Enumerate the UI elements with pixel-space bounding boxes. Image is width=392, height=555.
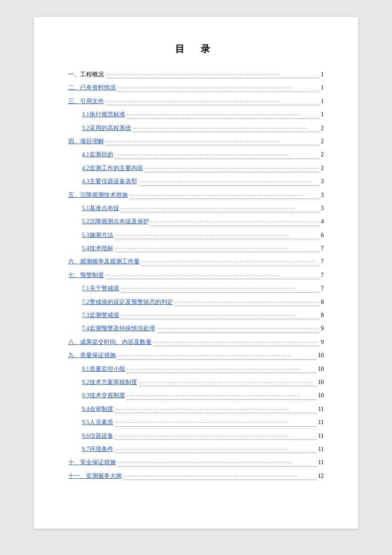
- toc-label-item-3-1[interactable]: 3.1执行规范标准: [82, 109, 125, 120]
- toc-page-item-7: 7: [321, 270, 324, 280]
- toc-item[interactable]: 9.4会审制度.................................…: [68, 404, 324, 414]
- toc-item[interactable]: 7.3监测警戒值................................…: [68, 310, 324, 321]
- toc-item[interactable]: 十、安全保证措施................................…: [68, 457, 324, 468]
- toc-label-item-7[interactable]: 七、预警制度: [68, 270, 104, 280]
- toc-label-item-5-4[interactable]: 5.4技术指标: [82, 243, 113, 254]
- toc-item[interactable]: 7.2警戒值的设定及预警状态的判定.......................…: [68, 297, 324, 307]
- toc-page-item-8: 9: [321, 337, 324, 347]
- toc-label-item-4[interactable]: 四、项目理解: [68, 136, 104, 147]
- toc-item[interactable]: 5.4技术指标.................................…: [68, 243, 324, 254]
- toc-item[interactable]: 9.7环境条件.................................…: [68, 444, 324, 454]
- toc-page-item-9-4: 11: [318, 404, 324, 414]
- toc-page-item-5-3: 6: [321, 230, 324, 240]
- document-page: 目 录 一、工程概况..............................…: [34, 17, 358, 529]
- toc-item[interactable]: 三、引用文件..................................…: [68, 96, 324, 107]
- toc-label-item-4-1[interactable]: 4.1监测目的: [82, 149, 113, 160]
- toc-item[interactable]: 9.1质量监控小组...............................…: [68, 364, 324, 374]
- toc-label-item-7-3[interactable]: 7.3监测警戒值: [82, 310, 119, 321]
- toc-label-item-9-4[interactable]: 9.4会审制度: [82, 404, 113, 414]
- toc-dots: ........................................…: [127, 108, 320, 119]
- toc-item[interactable]: 9.5人员素质.................................…: [68, 417, 324, 428]
- toc-label-item-7-4[interactable]: 7.4监测预警及特殊情况处理: [82, 323, 155, 334]
- toc-item[interactable]: 5.1基准点布设................................…: [68, 203, 324, 214]
- toc-item[interactable]: 5.2沉降观测点布设及保护...........................…: [68, 216, 324, 227]
- toc-item[interactable]: 4.3主要仪器设备选型.............................…: [68, 176, 324, 187]
- toc-dots: ........................................…: [130, 189, 319, 199]
- toc-dots: ........................................…: [115, 416, 317, 426]
- toc-page-item-7-3: 8: [321, 310, 324, 321]
- toc-page-item-9: 10: [318, 350, 324, 361]
- toc-page-item-5: 3: [321, 190, 324, 200]
- toc-item[interactable]: 七、预警制度..................................…: [68, 270, 324, 280]
- toc-dots: ........................................…: [139, 376, 317, 386]
- toc-label-item-4-2[interactable]: 4.2监测工作的主要内容: [82, 163, 143, 173]
- toc-label-item-5-1[interactable]: 5.1基准点布设: [82, 203, 119, 214]
- toc-page-item-10: 11: [318, 457, 324, 468]
- toc-item[interactable]: 八、成果提交时间、内容及数量..........................…: [68, 337, 324, 347]
- toc-label-item-7-1[interactable]: 7.1关于警戒值: [82, 283, 119, 294]
- toc-item[interactable]: 3.1执行规范标准...............................…: [68, 109, 324, 120]
- toc-label-item-3-2[interactable]: 3.2采用的高程系统: [82, 123, 131, 133]
- toc-dots: ........................................…: [153, 336, 319, 346]
- toc-label-item-6[interactable]: 六、观测频率及观测工作量: [68, 256, 140, 267]
- toc-dots: ........................................…: [118, 456, 317, 466]
- toc-page-item-9-1: 10: [318, 364, 324, 374]
- toc-dots: ........................................…: [106, 135, 319, 145]
- toc-label-item-5-2[interactable]: 5.2沉降观测点布设及保护: [82, 216, 149, 227]
- toc-label-item-1: 一、工程概况: [68, 69, 104, 80]
- toc-label-item-9[interactable]: 九、质量保证措施: [68, 350, 116, 361]
- toc-item[interactable]: 9.6仪器设备.................................…: [68, 431, 324, 441]
- toc-dots: ........................................…: [121, 309, 320, 319]
- toc-item[interactable]: 5.3施测方法.................................…: [68, 230, 324, 240]
- toc-item[interactable]: 四、项目理解..................................…: [68, 136, 324, 147]
- toc-dots: ........................................…: [115, 148, 320, 159]
- toc-list: 一、工程概况..................................…: [68, 69, 324, 481]
- toc-label-item-5-3[interactable]: 5.3施测方法: [82, 230, 113, 240]
- toc-dots: ........................................…: [127, 389, 317, 399]
- toc-label-item-8[interactable]: 八、成果提交时间、内容及数量: [68, 337, 152, 347]
- toc-label-item-9-7[interactable]: 9.7环境条件: [82, 444, 113, 454]
- toc-page-item-5-1: 3: [321, 203, 324, 214]
- toc-label-item-10[interactable]: 十、安全保证措施: [68, 457, 116, 468]
- toc-dots: ........................................…: [121, 282, 320, 292]
- toc-dots: ........................................…: [175, 296, 320, 306]
- toc-dots: ........................................…: [118, 81, 319, 92]
- toc-label-item-4-3[interactable]: 4.3主要仪器设备选型: [82, 176, 137, 187]
- toc-page-item-5-2: 4: [321, 216, 324, 227]
- toc-item: 一、工程概况..................................…: [68, 69, 324, 80]
- toc-page-item-3: 1: [321, 96, 324, 107]
- toc-item[interactable]: 9.3技术交底制度...............................…: [68, 390, 324, 401]
- toc-label-item-7-2[interactable]: 7.2警戒值的设定及预警状态的判定: [82, 297, 173, 307]
- toc-label-item-11[interactable]: 十一、监测服务大纲: [68, 471, 122, 481]
- toc-label-item-2[interactable]: 二、已有资料情况: [68, 82, 116, 93]
- toc-item[interactable]: 十一、监测服务大纲...............................…: [68, 471, 324, 481]
- toc-item[interactable]: 4.2监测工作的主要内容............................…: [68, 163, 324, 173]
- toc-dots: ........................................…: [115, 443, 317, 453]
- toc-item[interactable]: 7.4监测预警及特殊情况处理..........................…: [68, 323, 324, 334]
- toc-label-item-9-6[interactable]: 9.6仪器设备: [82, 431, 113, 441]
- toc-page-item-9-6: 11: [318, 431, 324, 441]
- toc-item[interactable]: 二、已有资料情况................................…: [68, 82, 324, 93]
- toc-dots: ........................................…: [106, 68, 319, 78]
- toc-label-item-5[interactable]: 五、沉降观测技术措施: [68, 190, 128, 200]
- toc-dots: ........................................…: [145, 162, 320, 172]
- toc-label-item-9-3[interactable]: 9.3技术交底制度: [82, 390, 125, 401]
- toc-dots: ........................................…: [124, 470, 316, 480]
- toc-item[interactable]: 3.2采用的高程系统..............................…: [68, 123, 324, 133]
- toc-item[interactable]: 9.2技术方案审核制度.............................…: [68, 377, 324, 387]
- toc-dots: ........................................…: [157, 322, 320, 332]
- toc-item[interactable]: 7.1关于警戒值................................…: [68, 283, 324, 294]
- toc-page-item-2: 1: [321, 82, 324, 93]
- toc-item[interactable]: 4.1监测目的.................................…: [68, 149, 324, 160]
- toc-label-item-9-2[interactable]: 9.2技术方案审核制度: [82, 377, 137, 387]
- toc-item[interactable]: 六、观测频率及观测工作量............................…: [68, 256, 324, 267]
- toc-dots: ........................................…: [118, 349, 316, 359]
- toc-label-item-9-1[interactable]: 9.1质量监控小组: [82, 364, 125, 374]
- toc-item[interactable]: 五、沉降观测技术措施..............................…: [68, 190, 324, 200]
- toc-page-item-6: 7: [321, 256, 324, 267]
- toc-label-item-9-5[interactable]: 9.5人员素质: [82, 417, 113, 428]
- toc-item[interactable]: 九、质量保证措施................................…: [68, 350, 324, 361]
- toc-dots: ........................................…: [106, 95, 319, 105]
- toc-page-item-4-2: 2: [321, 163, 324, 173]
- toc-label-item-3[interactable]: 三、引用文件: [68, 96, 104, 107]
